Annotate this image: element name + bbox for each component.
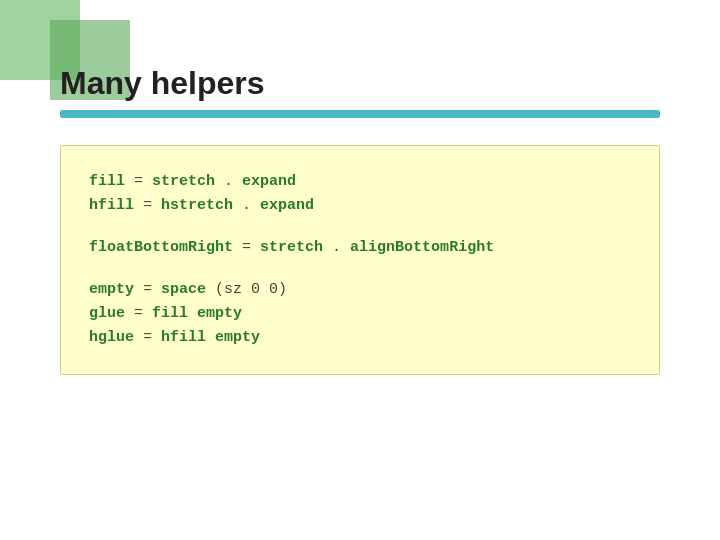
code-block: fill = stretch . expand hfill = hstretch… [89, 170, 631, 350]
value-hstretch: hstretch [161, 197, 233, 214]
value-hfill-hglue: hfill [161, 329, 206, 346]
value-stretch-2: stretch [260, 239, 323, 256]
keyword-hglue: hglue [89, 329, 134, 346]
keyword-hfill: hfill [89, 197, 134, 214]
keyword-fill: fill [89, 173, 125, 190]
value-fill-glue: fill [152, 305, 188, 322]
code-line-fill: fill = stretch . expand [89, 170, 631, 194]
code-section-float: floatBottomRight = stretch . alignBottom… [89, 236, 631, 260]
keyword-floatbottomright: floatBottomRight [89, 239, 233, 256]
header: Many helpers [0, 55, 720, 128]
divider-bar [60, 110, 660, 118]
value-space: space [161, 281, 206, 298]
code-line-empty: empty = space (sz 0 0) [89, 278, 631, 302]
code-line-hfill: hfill = hstretch . expand [89, 194, 631, 218]
value-empty-hglue: empty [215, 329, 260, 346]
code-section-empty: empty = space (sz 0 0) glue = fill empty… [89, 278, 631, 350]
keyword-glue: glue [89, 305, 125, 322]
code-line-float: floatBottomRight = stretch . alignBottom… [89, 236, 631, 260]
value-empty-glue: empty [197, 305, 242, 322]
code-section-fill: fill = stretch . expand hfill = hstretch… [89, 170, 631, 218]
code-line-hglue: hglue = hfill empty [89, 326, 631, 350]
value-stretch-1: stretch [152, 173, 215, 190]
value-alignbottomright: alignBottomRight [350, 239, 494, 256]
page-title: Many helpers [60, 65, 660, 102]
code-line-glue: glue = fill empty [89, 302, 631, 326]
value-expand-1: expand [242, 173, 296, 190]
code-container: fill = stretch . expand hfill = hstretch… [60, 145, 660, 375]
keyword-empty: empty [89, 281, 134, 298]
value-expand-2: expand [260, 197, 314, 214]
